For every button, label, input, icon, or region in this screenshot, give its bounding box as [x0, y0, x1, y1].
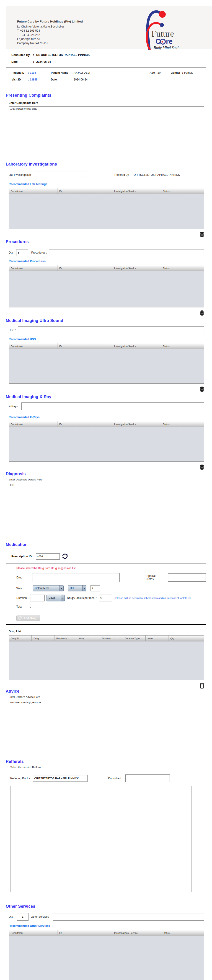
meal-select[interactable]: Before Meal ▼	[33, 585, 64, 592]
xray-table-header: Department ID Investigation/Service Stat…	[9, 422, 204, 427]
drug-suggestion-instruction: Please select the Drug from Drug suggess…	[16, 566, 206, 570]
patient-id-value[interactable]: 7193	[30, 71, 51, 74]
recommended-procedures-link[interactable]: Recommended Procedures	[9, 260, 212, 263]
visit-id-label: Visit ID	[11, 78, 27, 81]
reffering-doctor-label: Reffering Doctor	[10, 777, 30, 780]
procedures-table-header: Department ID Investigation/Service Stat…	[9, 265, 204, 271]
section-title-procedures: Procedures	[6, 239, 212, 244]
drug-list-trash-row	[0, 682, 205, 689]
prescription-id-label: Prescription ID :	[11, 555, 34, 558]
uss-trash-row	[0, 386, 205, 393]
logo-red-dot	[159, 11, 166, 18]
reffered-by-value: ORITSETSETOS RAPHAEL PINNICK	[133, 173, 180, 177]
colon: :	[180, 71, 184, 74]
lab-table-body[interactable]	[9, 194, 204, 229]
visit-id-value[interactable]: 13845	[30, 78, 51, 81]
delete-xray-button[interactable]	[199, 464, 205, 471]
duration-label: Duration :	[16, 597, 28, 600]
column-header-status: Status	[161, 343, 204, 349]
column-header-investigation: Investigation/Service	[112, 265, 161, 271]
column-header-investigation: Investigation / Service	[112, 930, 161, 936]
other-services-table-header: Department ID Investigation / Service St…	[9, 930, 204, 936]
procedures-qty-input[interactable]	[16, 249, 28, 256]
frequency-select[interactable]: OD ▼	[68, 585, 87, 592]
total-label: Total	[16, 605, 30, 608]
patient-row-2: Visit ID : 13845 Date : 2024-06-24	[11, 78, 206, 81]
xray-table-body[interactable]	[9, 427, 204, 461]
company-name: Future Care by Future Holdings (Pty) Lim…	[17, 20, 137, 24]
patient-row-1: Patient ID : 7193 Patient Name : ANJALI …	[11, 71, 206, 74]
refferal-subtitle: Select the needed Refferal	[10, 766, 212, 768]
duration-type-select[interactable]: Day/s ▼	[47, 595, 65, 601]
section-title-refferals: Refferals	[6, 759, 212, 764]
recommended-xrays-link[interactable]: Recommended X-Rays	[9, 416, 212, 419]
other-services-label: Other Services :	[31, 915, 50, 918]
company-phone-2: T: +24 84 225 252	[17, 33, 137, 37]
refferal-list-box[interactable]	[10, 786, 191, 892]
special-notes-label: Special Notes	[146, 574, 163, 581]
procedures-input[interactable]	[49, 249, 204, 256]
column-header-id: ID	[58, 343, 112, 349]
reffering-doctor-input[interactable]	[33, 775, 88, 782]
prescription-id-input[interactable]	[36, 554, 60, 560]
logo-graphic: Future C ♥ re Body Mind Soul	[137, 8, 183, 50]
delete-procedure-button[interactable]	[199, 310, 205, 317]
section-title-advice: Advice	[6, 689, 212, 694]
prescription-row: Prescription ID :	[11, 553, 212, 560]
chevron-down-icon: ▼	[61, 595, 64, 601]
other-services-input[interactable]	[53, 913, 204, 921]
section-title-diagnosis: Diagnosis	[6, 472, 212, 476]
patient-demographics: Age : 20 Gender : Female	[149, 71, 206, 74]
other-services-qty-input[interactable]	[17, 913, 29, 921]
procedures-qty-label: Qty :	[9, 251, 14, 254]
procedures-table-body[interactable]	[9, 271, 204, 307]
drug-list-table-body[interactable]	[9, 641, 204, 679]
column-header-duration: Duration	[100, 636, 123, 641]
add-drug-button[interactable]: + Add Drug	[16, 615, 40, 621]
complaints-textarea[interactable]: Xray showed normal study	[9, 107, 204, 151]
colon: :	[30, 605, 33, 608]
consultant-input[interactable]	[125, 775, 170, 782]
age-label: Age	[149, 71, 155, 74]
other-services-table-body[interactable]	[9, 936, 204, 980]
trash-icon	[200, 386, 204, 392]
consultation-form-page: Future Care by Future Holdings (Pty) Lim…	[0, 6, 212, 980]
company-number: Company No.8417652-2	[17, 41, 137, 45]
refresh-icon	[62, 553, 68, 559]
column-header-note: Note	[146, 636, 169, 641]
advice-textarea[interactable]: continue current mgt, reassure	[9, 700, 204, 745]
delete-drug-button[interactable]	[199, 682, 205, 689]
drug-list-table-header: Drug ID Drug Fequency Way Duration Durat…	[9, 636, 204, 641]
uss-input-row: USS :	[9, 326, 212, 334]
diagnosis-textarea[interactable]: ISQ	[9, 483, 204, 531]
way-qty-input[interactable]	[90, 585, 100, 592]
company-email: E: jude@future.sc	[17, 37, 137, 41]
uss-table-body[interactable]	[9, 349, 204, 383]
colon: :	[30, 587, 33, 590]
delete-lab-test-button[interactable]	[199, 232, 205, 238]
logo-tagline: Body Mind Soul	[154, 46, 179, 50]
logo-blue-dot	[160, 23, 164, 27]
recommended-other-services-link[interactable]: Recommended Other Services	[9, 924, 212, 928]
xray-table: Department ID Investigation/Service Stat…	[9, 421, 204, 461]
recommended-uss-link[interactable]: Recommended USS	[9, 338, 212, 341]
delete-uss-button[interactable]	[199, 386, 205, 393]
drug-label: Drug	[16, 576, 29, 579]
xray-input[interactable]	[21, 402, 204, 410]
refresh-prescription-button[interactable]	[61, 553, 68, 560]
drug-input[interactable]	[32, 573, 120, 582]
drug-entry-panel: Please select the Drug from Drug suggess…	[6, 563, 206, 625]
column-header-department: Department	[9, 265, 58, 271]
lab-investigation-input[interactable]	[35, 171, 87, 179]
logo-heart-icon: ♥	[161, 40, 163, 44]
company-address: Le Chainter,Victoria,Mahe,Seychelles	[17, 25, 137, 29]
uss-input[interactable]	[18, 326, 204, 334]
recommended-lab-testings-link[interactable]: Recommended Lab Testings	[9, 183, 212, 186]
uss-table: Department ID Investigation/Service Stat…	[9, 343, 204, 383]
chevron-down-icon: ▼	[59, 585, 63, 591]
duration-input[interactable]	[30, 595, 45, 601]
way-row: Way : Before Meal ▼ OD ▼	[16, 585, 206, 592]
per-meal-input[interactable]	[99, 595, 112, 601]
special-notes-input[interactable]	[168, 573, 206, 582]
column-header-investigation: Investigation/Service	[112, 343, 161, 349]
